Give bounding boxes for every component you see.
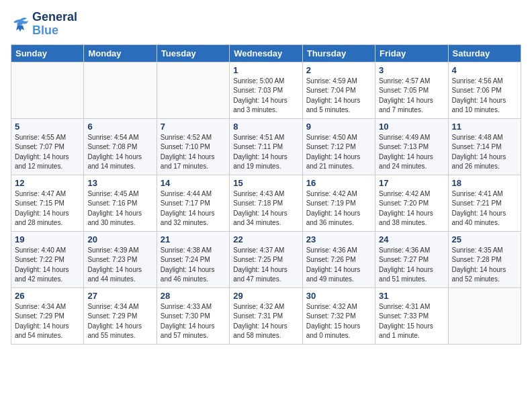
day-info: Sunrise: 4:42 AM Sunset: 7:20 PM Dayligh… [379, 189, 444, 228]
day-info: Sunrise: 4:55 AM Sunset: 7:07 PM Dayligh… [15, 133, 80, 172]
day-number: 18 [452, 178, 517, 188]
calendar-day-cell: 8Sunrise: 4:51 AM Sunset: 7:11 PM Daylig… [230, 118, 302, 175]
calendar-day-cell: 18Sunrise: 4:41 AM Sunset: 7:21 PM Dayli… [448, 175, 521, 231]
day-info: Sunrise: 4:57 AM Sunset: 7:05 PM Dayligh… [379, 77, 444, 116]
day-info: Sunrise: 4:34 AM Sunset: 7:29 PM Dayligh… [87, 302, 152, 341]
day-info: Sunrise: 4:40 AM Sunset: 7:22 PM Dayligh… [15, 246, 80, 285]
day-number: 3 [379, 65, 444, 75]
calendar-day-cell: 22Sunrise: 4:37 AM Sunset: 7:25 PM Dayli… [230, 231, 302, 287]
day-info: Sunrise: 4:37 AM Sunset: 7:25 PM Dayligh… [233, 246, 298, 285]
day-info: Sunrise: 4:38 AM Sunset: 7:24 PM Dayligh… [161, 246, 226, 285]
calendar-day-cell: 6Sunrise: 4:54 AM Sunset: 7:08 PM Daylig… [84, 118, 157, 175]
day-number: 2 [306, 65, 371, 75]
day-number: 21 [161, 234, 226, 244]
weekday-header-monday: Monday [84, 44, 157, 62]
empty-cell [448, 287, 521, 344]
calendar-day-cell: 29Sunrise: 4:32 AM Sunset: 7:31 PM Dayli… [230, 287, 302, 344]
calendar-day-cell: 24Sunrise: 4:36 AM Sunset: 7:27 PM Dayli… [375, 231, 448, 287]
day-number: 8 [233, 122, 298, 132]
day-info: Sunrise: 4:39 AM Sunset: 7:23 PM Dayligh… [87, 246, 152, 285]
day-number: 12 [15, 178, 80, 188]
calendar-day-cell: 20Sunrise: 4:39 AM Sunset: 7:23 PM Dayli… [84, 231, 157, 287]
day-info: Sunrise: 4:59 AM Sunset: 7:04 PM Dayligh… [306, 77, 371, 116]
calendar-day-cell: 3Sunrise: 4:57 AM Sunset: 7:05 PM Daylig… [375, 62, 448, 118]
calendar-week-row: 26Sunrise: 4:34 AM Sunset: 7:29 PM Dayli… [11, 287, 521, 344]
calendar-week-row: 19Sunrise: 4:40 AM Sunset: 7:22 PM Dayli… [11, 231, 521, 287]
day-number: 30 [306, 291, 371, 301]
day-number: 9 [306, 122, 371, 132]
weekday-header-tuesday: Tuesday [157, 44, 229, 62]
day-info: Sunrise: 4:45 AM Sunset: 7:16 PM Dayligh… [87, 189, 152, 228]
calendar-table: SundayMondayTuesdayWednesdayThursdayFrid… [11, 44, 521, 345]
day-number: 10 [379, 122, 444, 132]
day-number: 4 [452, 65, 517, 75]
weekday-header-saturday: Saturday [448, 44, 521, 62]
page-header: General Blue [11, 11, 521, 38]
weekday-header-wednesday: Wednesday [230, 44, 302, 62]
day-number: 23 [306, 234, 371, 244]
calendar-day-cell: 31Sunrise: 4:31 AM Sunset: 7:33 PM Dayli… [375, 287, 448, 344]
day-number: 7 [161, 122, 226, 132]
calendar-day-cell: 2Sunrise: 4:59 AM Sunset: 7:04 PM Daylig… [302, 62, 375, 118]
day-info: Sunrise: 4:44 AM Sunset: 7:17 PM Dayligh… [161, 189, 226, 228]
day-info: Sunrise: 4:35 AM Sunset: 7:28 PM Dayligh… [452, 246, 517, 285]
calendar-week-row: 12Sunrise: 4:47 AM Sunset: 7:15 PM Dayli… [11, 175, 521, 231]
day-number: 27 [87, 291, 152, 301]
calendar-day-cell: 23Sunrise: 4:36 AM Sunset: 7:26 PM Dayli… [302, 231, 375, 287]
day-info: Sunrise: 4:33 AM Sunset: 7:30 PM Dayligh… [161, 302, 226, 341]
day-info: Sunrise: 4:56 AM Sunset: 7:06 PM Dayligh… [452, 77, 517, 116]
calendar-day-cell: 10Sunrise: 4:49 AM Sunset: 7:13 PM Dayli… [375, 118, 448, 175]
day-info: Sunrise: 4:42 AM Sunset: 7:19 PM Dayligh… [306, 189, 371, 228]
calendar-day-cell: 30Sunrise: 4:32 AM Sunset: 7:32 PM Dayli… [302, 287, 375, 344]
day-info: Sunrise: 4:41 AM Sunset: 7:21 PM Dayligh… [452, 189, 517, 228]
day-number: 29 [233, 291, 298, 301]
calendar-week-row: 1Sunrise: 5:00 AM Sunset: 7:03 PM Daylig… [11, 62, 521, 118]
day-number: 17 [379, 178, 444, 188]
calendar-day-cell: 13Sunrise: 4:45 AM Sunset: 7:16 PM Dayli… [84, 175, 157, 231]
day-number: 24 [379, 234, 444, 244]
day-number: 11 [452, 122, 517, 132]
calendar-day-cell: 1Sunrise: 5:00 AM Sunset: 7:03 PM Daylig… [230, 62, 302, 118]
calendar-day-cell: 15Sunrise: 4:43 AM Sunset: 7:18 PM Dayli… [230, 175, 302, 231]
day-info: Sunrise: 4:34 AM Sunset: 7:29 PM Dayligh… [15, 302, 80, 341]
day-number: 25 [452, 234, 517, 244]
day-number: 6 [87, 122, 152, 132]
weekday-header-thursday: Thursday [302, 44, 375, 62]
day-number: 5 [15, 122, 80, 132]
day-info: Sunrise: 5:00 AM Sunset: 7:03 PM Dayligh… [233, 77, 298, 116]
day-info: Sunrise: 4:31 AM Sunset: 7:33 PM Dayligh… [379, 302, 444, 341]
day-info: Sunrise: 4:36 AM Sunset: 7:26 PM Dayligh… [306, 246, 371, 285]
day-number: 31 [379, 291, 444, 301]
calendar-day-cell: 21Sunrise: 4:38 AM Sunset: 7:24 PM Dayli… [157, 231, 229, 287]
empty-cell [84, 62, 157, 118]
day-info: Sunrise: 4:52 AM Sunset: 7:10 PM Dayligh… [161, 133, 226, 172]
logo: General Blue [11, 11, 77, 38]
day-info: Sunrise: 4:48 AM Sunset: 7:14 PM Dayligh… [452, 133, 517, 172]
day-number: 16 [306, 178, 371, 188]
day-info: Sunrise: 4:54 AM Sunset: 7:08 PM Dayligh… [87, 133, 152, 172]
day-number: 1 [233, 65, 298, 75]
calendar-day-cell: 4Sunrise: 4:56 AM Sunset: 7:06 PM Daylig… [448, 62, 521, 118]
logo-text: General Blue [32, 11, 77, 38]
calendar-day-cell: 19Sunrise: 4:40 AM Sunset: 7:22 PM Dayli… [11, 231, 84, 287]
calendar-day-cell: 11Sunrise: 4:48 AM Sunset: 7:14 PM Dayli… [448, 118, 521, 175]
day-number: 22 [233, 234, 298, 244]
day-number: 15 [233, 178, 298, 188]
day-number: 26 [15, 291, 80, 301]
day-number: 19 [15, 234, 80, 244]
calendar-day-cell: 16Sunrise: 4:42 AM Sunset: 7:19 PM Dayli… [302, 175, 375, 231]
calendar-day-cell: 26Sunrise: 4:34 AM Sunset: 7:29 PM Dayli… [11, 287, 84, 344]
day-number: 20 [87, 234, 152, 244]
calendar-day-cell: 5Sunrise: 4:55 AM Sunset: 7:07 PM Daylig… [11, 118, 84, 175]
logo-icon [11, 17, 30, 32]
day-info: Sunrise: 4:32 AM Sunset: 7:32 PM Dayligh… [306, 302, 371, 341]
calendar-day-cell: 14Sunrise: 4:44 AM Sunset: 7:17 PM Dayli… [157, 175, 229, 231]
calendar-day-cell: 17Sunrise: 4:42 AM Sunset: 7:20 PM Dayli… [375, 175, 448, 231]
day-number: 13 [87, 178, 152, 188]
day-info: Sunrise: 4:32 AM Sunset: 7:31 PM Dayligh… [233, 302, 298, 341]
empty-cell [11, 62, 84, 118]
day-info: Sunrise: 4:50 AM Sunset: 7:12 PM Dayligh… [306, 133, 371, 172]
weekday-header-sunday: Sunday [11, 44, 84, 62]
calendar-day-cell: 25Sunrise: 4:35 AM Sunset: 7:28 PM Dayli… [448, 231, 521, 287]
weekday-header-friday: Friday [375, 44, 448, 62]
